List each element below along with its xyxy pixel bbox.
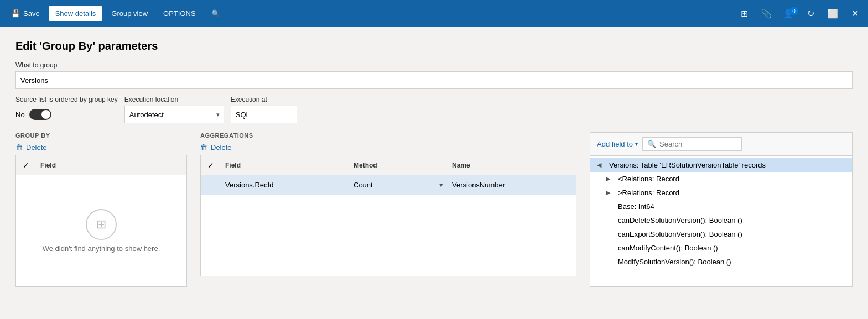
aggregations-header: AGGREGATIONS: [200, 132, 576, 139]
group-view-button[interactable]: Group view: [105, 6, 154, 21]
right-panel: Add field to ▾ 🔍 ◀ Versions: Table 'ERSo…: [590, 132, 853, 287]
agg-table-row[interactable]: Versions.RecId Count ▾ VersionsNumber: [201, 175, 576, 195]
grid-icon[interactable]: ⊞: [735, 4, 753, 22]
field-tree-body: ◀ Versions: Table 'ERSolutionVersionTabl…: [590, 156, 852, 286]
tree-item-can-delete[interactable]: canDeleteSolutionVersion(): Boolean (): [590, 213, 852, 227]
agg-table-header: ✓ Field Method Name: [201, 155, 576, 175]
panels-row: GROUP BY 🗑 Delete ✓ Field ⊞ We didn't fi…: [15, 132, 853, 287]
what-to-group-label: What to group: [15, 61, 853, 69]
restore-icon[interactable]: ⬜: [824, 4, 841, 22]
page-title: Edit 'Group By' parameters: [15, 40, 853, 53]
toggle-wrap: No: [15, 106, 118, 123]
search-mag-icon: 🔍: [647, 140, 656, 148]
aggregations-table: ✓ Field Method Name Versions.RecId Count…: [200, 155, 576, 276]
agg-method-col: Method: [349, 161, 448, 169]
expand-icon-1: ▶: [606, 175, 615, 182]
agg-row-name: VersionsNumber: [448, 181, 576, 189]
group-by-panel: GROUP BY 🗑 Delete ✓ Field ⊞ We didn't fi…: [15, 132, 187, 287]
show-details-button[interactable]: Show details: [49, 6, 103, 21]
toggle-knob: [41, 110, 50, 119]
source-ordered-label: Source list is ordered by group key: [15, 96, 118, 103]
collapse-icon: ◀: [597, 161, 606, 169]
office-icon[interactable]: 📎: [757, 4, 775, 22]
aggregations-panel: AGGREGATIONS 🗑 Delete ✓ Field Method Nam…: [200, 132, 576, 287]
agg-field-col: Field: [221, 161, 349, 169]
tree-item-modify-solution[interactable]: ModifySolutionVersion(): Boolean (): [590, 255, 852, 269]
group-by-field-col: Field: [36, 161, 186, 169]
add-field-button[interactable]: Add field to ▾: [597, 140, 638, 148]
aggregations-delete-button[interactable]: 🗑 Delete: [200, 143, 576, 151]
agg-row-method[interactable]: Count ▾: [349, 181, 448, 189]
checkmark-icon: ✓: [23, 161, 29, 170]
tree-item-relations-lt[interactable]: ▶ <Relations: Record: [590, 172, 852, 186]
what-to-group-input[interactable]: [15, 71, 853, 89]
execution-at-value: SQL: [231, 106, 297, 123]
tree-item-relations-gt[interactable]: ▶ >Relations: Record: [590, 186, 852, 200]
tree-item-base[interactable]: Base: Int64: [590, 200, 852, 213]
group-by-delete-button[interactable]: 🗑 Delete: [15, 143, 187, 151]
chevron-down-method-icon: ▾: [439, 181, 443, 189]
save-button[interactable]: 💾 Save: [4, 6, 46, 21]
tree-item-can-modify[interactable]: canModifyContent(): Boolean (): [590, 241, 852, 255]
field-browser-panel: Add field to ▾ 🔍 ◀ Versions: Table 'ERSo…: [590, 132, 853, 287]
execution-location-field: Execution location Autodetect ▾: [124, 96, 224, 123]
execution-at-field: Execution at SQL: [231, 96, 297, 123]
title-bar: 💾 Save Show details Group view OPTIONS 🔍…: [0, 0, 868, 27]
group-by-empty-body: ⊞ We didn't find anything to show here.: [16, 175, 186, 286]
options-button[interactable]: OPTIONS: [157, 6, 202, 21]
search-icon: 🔍: [211, 9, 220, 18]
group-by-header: GROUP BY: [15, 132, 187, 139]
agg-name-col: Name: [448, 161, 576, 169]
main-content: Edit 'Group By' parameters What to group…: [0, 27, 868, 319]
tree-item-versions[interactable]: ◀ Versions: Table 'ERSolutionVersionTabl…: [590, 158, 852, 172]
source-ordered-field: Source list is ordered by group key No: [15, 96, 118, 123]
trash-icon: 🗑: [15, 143, 23, 151]
tree-item-can-export[interactable]: canExportSolutionVersion(): Boolean (): [590, 227, 852, 241]
close-icon[interactable]: ✕: [846, 4, 864, 22]
empty-icon: ⊞: [86, 209, 117, 240]
execution-location-label: Execution location: [124, 96, 224, 103]
agg-row-field: Versions.RecId: [221, 181, 349, 189]
trash-icon-agg: 🗑: [200, 143, 207, 151]
search-button[interactable]: 🔍: [205, 6, 227, 21]
group-by-table: ✓ Field ⊞ We didn't find anything to sho…: [15, 155, 187, 287]
toggle-no-label: No: [15, 111, 25, 119]
save-icon: 💾: [11, 9, 20, 18]
search-box: 🔍: [642, 137, 742, 151]
agg-check-col: ✓: [201, 161, 221, 170]
source-ordered-toggle[interactable]: [29, 109, 51, 120]
group-by-check-col: ✓: [16, 161, 36, 170]
expand-icon-2: ▶: [606, 189, 615, 196]
options-row: Source list is ordered by group key No E…: [15, 96, 853, 123]
search-input[interactable]: [659, 140, 737, 148]
group-by-table-header: ✓ Field: [16, 155, 186, 175]
notification-icon[interactable]: 👤 0: [779, 4, 797, 22]
refresh-icon[interactable]: ↻: [802, 4, 819, 22]
chevron-down-add-icon: ▾: [635, 141, 638, 147]
right-panel-header: Add field to ▾ 🔍: [590, 133, 852, 156]
execution-location-select[interactable]: Autodetect: [124, 106, 224, 123]
empty-text: We didn't find anything to show here.: [43, 244, 160, 253]
execution-location-select-wrap: Autodetect ▾: [124, 106, 224, 123]
window-controls: ⊞ 📎 👤 0 ↻ ⬜ ✕: [735, 4, 864, 22]
execution-at-label: Execution at: [231, 96, 297, 103]
checkmark-icon-agg: ✓: [207, 161, 214, 170]
